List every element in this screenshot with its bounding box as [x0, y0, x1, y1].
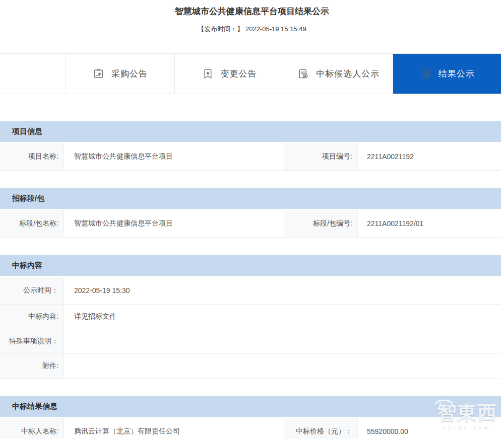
tab-bar-spacer [0, 54, 66, 94]
publish-time-value: 2022-05-19 15:15:49 [245, 25, 306, 33]
table-row: 中标人名称: 腾讯云计算（北京）有限责任公司 中标价格（元）： 55920000… [0, 418, 501, 439]
label-package-name: 标段/包名称: [0, 210, 64, 237]
tab-label: 中标候选人公示 [316, 68, 380, 80]
table-row: 项目名称: 智慧城市公共健康信息平台项目 项目编号: 2211A0021192 [0, 143, 501, 171]
section-project-info: 项目信息 项目名称: 智慧城市公共健康信息平台项目 项目编号: 2211A002… [0, 121, 501, 171]
page-title: 智慧城市公共健康信息平台项目结果公示 [0, 6, 504, 17]
section-header-tender-package: 招标段/包 [0, 188, 501, 210]
document-yen-icon [297, 68, 309, 80]
value-project-code: 2211A0021192 [358, 143, 501, 170]
tab-procurement-notice[interactable]: 采购公告 [66, 54, 175, 94]
tab-result-announcement[interactable]: 结果公示 [393, 54, 501, 94]
value-special-notes [64, 329, 501, 353]
label-attachment: 附件: [0, 354, 64, 378]
label-project-name: 项目名称: [0, 143, 64, 170]
table-row: 中标内容: 详见招标文件 [0, 305, 501, 329]
section-header-award-content: 中标内容 [0, 255, 501, 277]
tab-label: 变更公告 [221, 68, 257, 80]
section-tender-package: 招标段/包 标段/包名称: 智慧城市公共健康信息平台项目 标段/包编号: 221… [0, 188, 501, 238]
value-package-name: 智慧城市公共健康信息平台项目 [64, 210, 284, 237]
page-header: 智慧城市公共健康信息平台项目结果公示 【发布时间：】 2022-05-19 15… [0, 0, 504, 33]
section-header-award-result-info: 中标结果信息 [0, 396, 501, 418]
value-project-name: 智慧城市公共健康信息平台项目 [64, 143, 284, 170]
value-attachment [64, 354, 501, 378]
bookmark-star-icon [202, 68, 214, 80]
value-package-code: 2211A0021192/01 [358, 210, 501, 237]
table-row: 特殊事项说明： [0, 329, 501, 354]
publish-time-line: 【发布时间：】 2022-05-19 15:15:49 [0, 25, 504, 33]
section-header-project-info: 项目信息 [0, 121, 501, 143]
label-package-code: 标段/包编号: [284, 210, 358, 237]
label-project-code: 项目编号: [284, 143, 358, 170]
publish-time-label: 【发布时间：】 [198, 25, 243, 33]
tab-label: 结果公示 [438, 68, 475, 80]
label-winning-price: 中标价格（元）： [284, 418, 358, 439]
section-award-result-info: 中标结果信息 中标人名称: 腾讯云计算（北京）有限责任公司 中标价格（元）： 5… [0, 396, 501, 439]
table-row: 公示时间： 2022-05-19 15:30 [0, 277, 501, 305]
label-award-content: 中标内容: [0, 305, 64, 329]
label-special-notes: 特殊事项说明： [0, 329, 64, 353]
value-publicity-time: 2022-05-19 15:30 [64, 277, 501, 304]
tab-bar: 采购公告 变更公告 中标候选人公示 [0, 53, 501, 94]
clipboard-upload-icon [93, 68, 104, 80]
document-yen-icon [420, 68, 431, 80]
tab-label: 采购公告 [111, 68, 148, 80]
value-winning-price: 55920000.00 [358, 418, 501, 439]
table-row: 标段/包名称: 智慧城市公共健康信息平台项目 标段/包编号: 2211A0021… [0, 210, 501, 238]
label-winner-name: 中标人名称: [0, 418, 64, 439]
value-award-content: 详见招标文件 [64, 305, 501, 329]
tab-winning-candidates[interactable]: 中标候选人公示 [284, 54, 394, 94]
value-winner-name: 腾讯云计算（北京）有限责任公司 [64, 418, 284, 439]
label-publicity-time: 公示时间： [0, 277, 64, 304]
table-row: 附件: [0, 354, 501, 379]
section-award-content: 中标内容 公示时间： 2022-05-19 15:30 中标内容: 详见招标文件… [0, 255, 501, 379]
tab-change-notice[interactable]: 变更公告 [175, 54, 284, 94]
